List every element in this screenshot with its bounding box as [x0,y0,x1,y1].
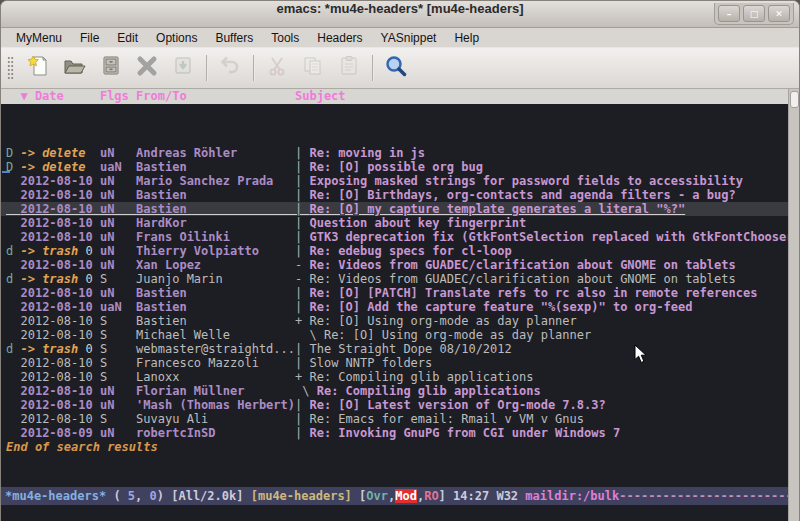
message-row[interactable]: D -> delete uaN Bastien | Re: [O] possib… [1,160,788,174]
message-row[interactable]: d -> trash 0 uN Thierry Volpiatto | Re: … [1,244,788,258]
thread-indicator: | [295,160,309,174]
mode-line: *mu4e-headers* ( 5, 0) [All/2.0k] [mu4e-… [1,487,788,505]
date: 2012-08-10 [20,174,99,188]
modeline-segment-ro: RO [424,489,438,503]
echo-area[interactable] [1,505,788,521]
modeline-segment-plain: 14:27 W32 [453,489,525,503]
message-row[interactable]: 2012-08-10 S Suvayu Ali | Re: Emacs for … [1,412,788,426]
title-bar[interactable]: emacs: *mu4e-headers* [mu4e-headers] –□✕ [1,1,799,28]
flags: S [100,370,136,384]
mark-char: D [6,146,20,160]
message-row[interactable]: d -> trash 0 S Juanjo Marin - Re: Videos… [1,272,788,286]
paste-icon [336,53,362,83]
delete-button[interactable] [129,52,165,84]
open-folder-icon [62,53,88,83]
message-row[interactable]: D -> delete uN Andreas Röhler | Re: movi… [1,146,788,160]
flags: S [100,272,136,286]
thread-indicator: | [295,174,309,188]
save-as-icon [170,53,196,83]
flags: uN [100,244,136,258]
message-row[interactable]: 2012-08-10 uN Bastien | Re: [O] [PATCH] … [1,286,788,300]
menu-file[interactable]: File [71,31,108,45]
menu-tools[interactable]: Tools [262,31,308,45]
message-row[interactable]: 2012-08-10 S Francesco Mazzoli | Slow NN… [1,356,788,370]
fringe-cursor-indicator [2,171,10,173]
thread-indicator: - [295,258,309,272]
menu-yasnippet[interactable]: YASnippet [372,31,446,45]
modeline-segment-num: 5 [128,489,135,503]
open-folder-button[interactable] [57,52,93,84]
message-row[interactable]: d -> trash 0 S webmaster@straightd...| T… [1,342,788,356]
flags: uN [100,188,136,202]
thread-indicator: - [295,272,309,286]
menu-buffers[interactable]: Buffers [206,31,262,45]
vertical-scrollbar[interactable] [788,89,799,521]
from: Thierry Volpiatto [136,244,295,258]
menu-edit[interactable]: Edit [108,31,147,45]
message-row[interactable]: 2012-08-10 uN Frans Oilinki | GTK3 depre… [1,230,788,244]
modeline-segment-name: [mu4e-headers] [251,489,359,503]
date: 2012-08-10 [20,384,99,398]
message-row[interactable]: 2012-08-09 uN robertcInSD | Re: Invoking… [1,426,788,440]
mark-target: -> delete [20,160,85,174]
mark-char: d [6,342,20,356]
message-row[interactable]: 2012-08-10 S Michael Welle \ Re: [O] Usi… [1,328,788,342]
subject: Re: Videos from GUADEC/clarification abo… [309,258,735,272]
minimize-button[interactable]: – [718,5,740,22]
menu-mymenu[interactable]: MyMenu [7,31,71,45]
message-row[interactable]: 2012-08-10 uaN Bastien | Re: [O] Add the… [1,300,788,314]
modeline-segment-plain: ( [106,489,128,503]
from: Francesco Mazzoli [136,356,295,370]
toolbar-drag-handle[interactable] [7,56,14,80]
mark-target: -> trash [20,342,78,356]
menu-help[interactable]: Help [445,31,488,45]
from: Bastien [136,160,295,174]
subject: Re: [O] possible org bug [309,160,482,174]
modeline-segment-plain: ] [439,489,453,503]
from: HardKor [136,216,295,230]
flags: S [100,342,136,356]
subject: Re: moving in js [309,146,425,160]
new-file-icon [26,53,52,83]
flags: uN [100,174,136,188]
date: 2012-08-10 [20,398,99,412]
search-button[interactable] [378,52,414,84]
subject: Exposing masked strings for password fie… [309,174,742,188]
message-row[interactable]: 2012-08-10 S Bastien + Re: [O] Using org… [1,314,788,328]
thread-indicator: | [295,426,309,440]
headers-column-header-line[interactable]: ▼ Date Flgs From/To Subject [1,89,788,104]
thread-indicator: | [295,202,309,216]
mark-target: -> trash [20,244,78,258]
flags: uN [100,426,136,440]
message-row[interactable]: 2012-08-10 uN Florian Müllner \ Re: Comp… [1,384,788,398]
scrollbar-thumb[interactable] [790,91,799,108]
new-file-button[interactable] [21,52,57,84]
message-row[interactable]: 2012-08-10 S Lanoxx + Re: Compiling glib… [1,370,788,384]
date: 2012-08-10 [20,328,99,342]
date: 2012-08-10 [20,230,99,244]
delete-icon [134,53,160,83]
date: 2012-08-10 [20,216,99,230]
mark-target: -> delete [20,146,85,160]
message-row[interactable]: 2012-08-10 uN 'Mash (Thomas Herbert)| Re… [1,398,788,412]
date: 2012-08-10 [20,356,99,370]
message-row[interactable]: 2012-08-10 uN Mario Sanchez Prada | Expo… [1,174,788,188]
thread-indicator: | [295,216,309,230]
subject: Re: [O] Add the capture feature "%(sexp)… [309,300,692,314]
save-button[interactable] [93,52,129,84]
message-row[interactable]: 2012-08-10 uN Bastien | Re: [O] Birthday… [1,188,788,202]
message-row[interactable]: 2012-08-10 uN HardKor | Question about k… [1,216,788,230]
message-row-current[interactable]: 2012-08-10 uN Bastien | Re: [O] my captu… [1,202,788,216]
menu-headers[interactable]: Headers [308,31,371,45]
from: Suvayu Ali [136,412,295,426]
flags: uN [100,216,136,230]
from: Bastien [136,286,295,300]
from: Xan Lopez [136,258,295,272]
menu-options[interactable]: Options [147,31,206,45]
close-button[interactable]: ✕ [768,5,790,22]
flags: uaN [100,160,136,174]
maximize-button[interactable]: □ [743,5,765,22]
subject: Re: [O] Birthdays, org-contacts and agen… [309,188,735,202]
message-row[interactable]: 2012-08-10 uN Xan Lopez - Re: Videos fro… [1,258,788,272]
window-controls: –□✕ [714,3,794,25]
